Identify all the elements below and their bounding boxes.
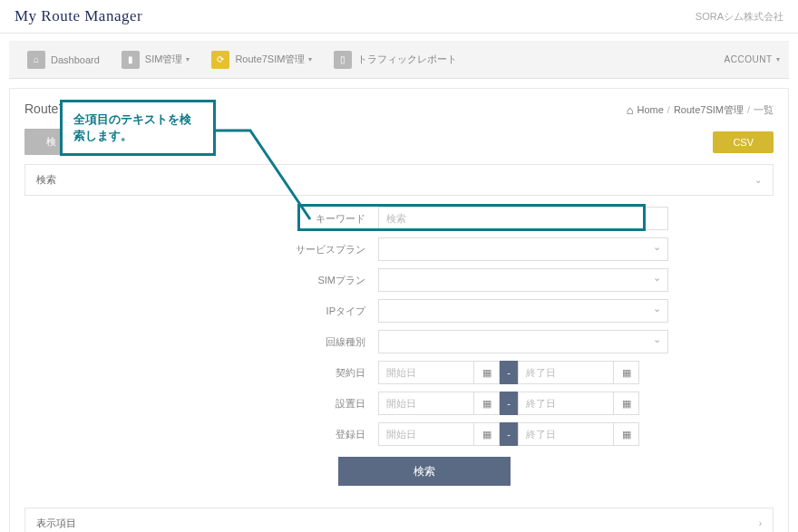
nav-traffic[interactable]: ▯ トラフィックレポート	[325, 45, 466, 74]
label-register-date: 登録日	[24, 428, 378, 441]
service-plan-select[interactable]	[378, 237, 668, 261]
calendar-icon[interactable]: ▦	[474, 361, 500, 384]
calendar-icon[interactable]: ▦	[614, 361, 639, 384]
route7-icon: ⟳	[211, 51, 229, 69]
chart-icon: ▯	[334, 51, 352, 69]
install-end-input[interactable]	[518, 392, 614, 415]
date-separator: -	[500, 361, 518, 384]
nav-route7-label: Route7SIM管理	[235, 53, 305, 66]
date-separator: -	[500, 392, 518, 415]
csv-button[interactable]: CSV	[713, 131, 774, 153]
keyword-input[interactable]	[378, 207, 668, 230]
nav-route7[interactable]: ⟳ Route7SIM管理 ▾	[202, 45, 321, 74]
display-items-label: 表示項目	[36, 517, 76, 530]
calendar-icon[interactable]: ▦	[474, 392, 500, 415]
chevron-down-icon: ⌄	[754, 175, 762, 185]
ip-type-select[interactable]	[378, 299, 668, 323]
sim-plan-select[interactable]	[378, 268, 668, 292]
search-accordion-header[interactable]: 検索 ⌄	[24, 164, 774, 196]
display-items-accordion[interactable]: 表示項目 ›	[24, 508, 774, 532]
calendar-icon[interactable]: ▦	[614, 392, 639, 415]
contract-end-input[interactable]	[518, 361, 614, 384]
search-button[interactable]: 検索	[338, 457, 511, 486]
brand-title: My Route Manager	[15, 7, 142, 25]
label-service-plan: サービスプラン	[24, 243, 378, 256]
nav-sim[interactable]: ▮ SIM管理 ▾	[112, 45, 200, 74]
home-icon: ⌂	[627, 103, 634, 117]
nav-traffic-label: トラフィックレポート	[357, 53, 457, 66]
breadcrumb-current: 一覧	[754, 103, 774, 117]
breadcrumb-group[interactable]: Route7SIM管理	[674, 103, 744, 117]
calendar-icon[interactable]: ▦	[614, 422, 639, 446]
chevron-down-icon: ▾	[776, 55, 781, 63]
tooltip-text: 全項目のテキストを検索します。	[73, 112, 191, 142]
chevron-down-icon: ▾	[308, 55, 312, 63]
label-keyword: キーワード	[24, 212, 378, 226]
nav-bar: ⌂ Dashboard ▮ SIM管理 ▾ ⟳ Route7SIM管理 ▾ ▯ …	[9, 41, 789, 79]
chevron-down-icon: ▾	[186, 55, 190, 63]
breadcrumb-home[interactable]: Home	[637, 104, 664, 115]
label-ip-type: IPタイプ	[24, 305, 378, 318]
tooltip-bubble: 全項目のテキストを検索します。	[60, 100, 216, 156]
brand-bar: My Route Manager SORAシム株式会社	[0, 0, 798, 34]
nav-dashboard-label: Dashboard	[51, 54, 100, 65]
register-start-input[interactable]	[378, 422, 474, 446]
nav-dashboard[interactable]: ⌂ Dashboard	[18, 45, 109, 74]
breadcrumb-sep: /	[747, 104, 750, 115]
nav-sim-label: SIM管理	[145, 53, 183, 66]
breadcrumb: ⌂ Home / Route7SIM管理 / 一覧	[627, 103, 774, 117]
line-type-select[interactable]	[378, 330, 668, 353]
register-end-input[interactable]	[518, 422, 614, 446]
label-line-type: 回線種別	[24, 335, 378, 349]
nav-account-label: ACCOUNT	[725, 54, 773, 64]
search-form: キーワード サービスプラン SIMプラン IPタイプ 回線種別 契約日 ▦	[24, 207, 774, 508]
label-contract-date: 契約日	[24, 366, 378, 380]
brand-company: SORAシム株式会社	[696, 10, 783, 24]
contract-start-input[interactable]	[378, 361, 474, 384]
home-icon: ⌂	[27, 51, 45, 69]
label-install-date: 設置日	[24, 397, 378, 411]
nav-account[interactable]: ACCOUNT ▾	[725, 54, 780, 64]
label-sim-plan: SIMプラン	[24, 274, 378, 287]
date-separator: -	[500, 422, 518, 446]
install-start-input[interactable]	[378, 392, 474, 415]
chevron-right-icon: ›	[759, 518, 762, 528]
sim-icon: ▮	[122, 51, 140, 69]
search-accordion-label: 検索	[36, 173, 56, 187]
breadcrumb-sep: /	[667, 104, 670, 115]
calendar-icon[interactable]: ▦	[474, 422, 500, 446]
